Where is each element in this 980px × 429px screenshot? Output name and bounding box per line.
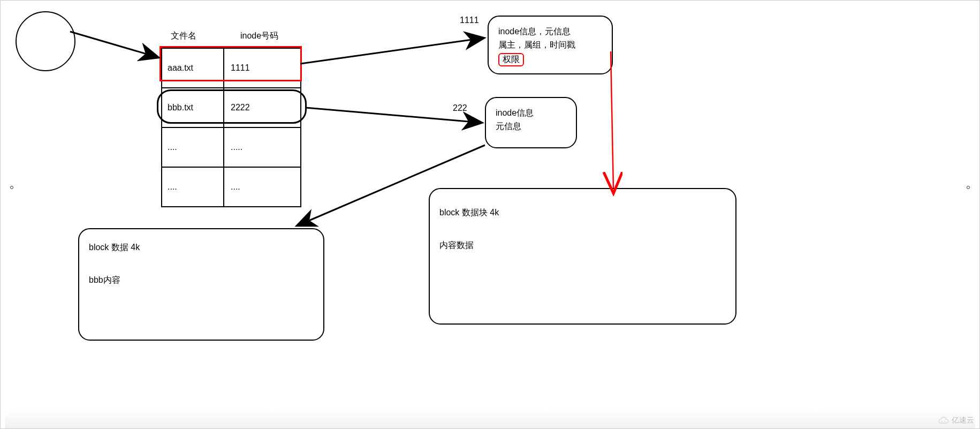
block-bbb-line2: bbb内容 [89, 275, 314, 286]
arrow-row1-to-inode1 [300, 38, 483, 64]
margin-dot-icon [967, 186, 970, 189]
cell-filename: .... [162, 128, 224, 167]
inode-box1-line1: inode信息，元信息 [498, 26, 602, 37]
header-inode-number: inode号码 [240, 31, 278, 42]
bottom-shadow [5, 410, 975, 428]
table-row: .... .... [162, 167, 300, 206]
block-main-line2: 内容数据 [439, 240, 726, 251]
arrow-inode1-to-block-main [611, 51, 613, 188]
arrow-circle-to-table [70, 32, 158, 57]
inode-box1-line2: 属主，属组，时间戳 [498, 40, 602, 51]
inode-info-box-2: inode信息 元信息 [485, 97, 577, 148]
arrow-label-1111: 1111 [460, 16, 479, 25]
table-row: .... ..... [162, 127, 300, 167]
block-main-line1: block 数据块 4k [439, 207, 726, 219]
cloud-icon [938, 417, 949, 424]
margin-dot-icon [10, 186, 13, 189]
arrow-label-222: 222 [453, 103, 467, 113]
watermark: 亿速云 [938, 416, 974, 425]
block-box-bbb: block 数据 4k bbb内容 [78, 228, 324, 341]
header-filename: 文件名 [171, 31, 196, 42]
watermark-text: 亿速云 [952, 416, 974, 425]
inode-box1-permission-highlight: 权限 [498, 53, 524, 66]
start-circle [16, 11, 75, 71]
cell-inode: .... [224, 168, 299, 206]
inode-info-box-1: inode信息，元信息 属主，属组，时间戳 权限 [488, 16, 613, 74]
diagram-canvas: 文件名 inode号码 aaa.txt 1111 bbb.txt 2222 ..… [0, 0, 980, 429]
highlight-row-bbb [157, 89, 307, 124]
block-bbb-line1: block 数据 4k [89, 242, 314, 253]
block-box-main: block 数据块 4k 内容数据 [429, 188, 736, 325]
cell-inode: ..... [224, 128, 299, 167]
cell-filename: .... [162, 168, 224, 206]
inode-box2-line2: 元信息 [496, 121, 566, 132]
highlight-row-aaa [159, 46, 302, 81]
svg-point-1 [944, 420, 945, 422]
inode-box2-line1: inode信息 [496, 108, 566, 119]
svg-point-0 [941, 420, 943, 422]
